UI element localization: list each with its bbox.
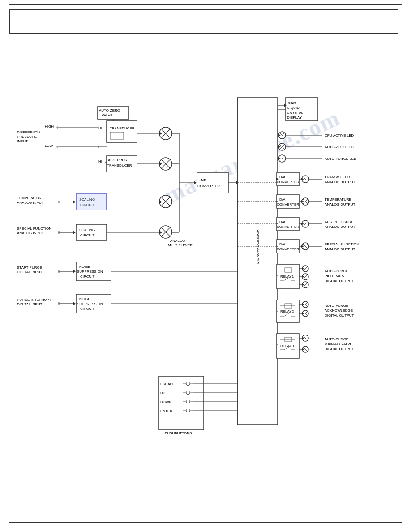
analog-mux-label: ANALOG xyxy=(170,239,185,243)
temperature-output-label: TEMPERATURE xyxy=(325,197,351,202)
diff-pressure-label2: PRESSURE xyxy=(17,135,37,139)
top-border xyxy=(9,4,402,5)
display-label3: CRYSTAL xyxy=(287,111,304,115)
relay3-output-label2: MAIN AIR VALVE xyxy=(325,342,352,346)
ad-converter-box xyxy=(197,172,228,193)
da-converter-1-label2: CONVERTER xyxy=(277,180,299,184)
purge-interrupt-label2: DIGITAL INPUT xyxy=(17,302,43,306)
bottom-border xyxy=(9,522,402,523)
noise-suppress-1-label2: SUPPRESSION xyxy=(77,270,103,274)
temperature-output-label2: ANALOG OUTPUT xyxy=(325,202,355,206)
scaling-circuit-2-label: SCALING xyxy=(79,228,95,232)
diff-pressure-label: DIFFERENTIAL xyxy=(17,130,43,134)
relay2-output-label3: DIGITAL OUTPUT xyxy=(325,313,354,317)
special-func-output-label2: ANALOG OUTPUT xyxy=(325,247,355,251)
relay1-output-label3: DIGITAL OUTPUT xyxy=(325,279,354,283)
auto-purge-led-label: AUTO-PURGE LED xyxy=(325,157,356,161)
noise-suppress-2-label: NOISE xyxy=(79,297,90,301)
noise-suppress-1-label: NOISE xyxy=(79,265,90,269)
scaling-circuit-2-box xyxy=(76,224,107,240)
relay3-label: RELAY3 xyxy=(280,344,294,348)
scaling-circuit-2-label2: CIRCUIT xyxy=(80,233,95,237)
transmitter-output-label2: ANALOG OUTPUT xyxy=(325,180,355,184)
noise-suppress-1-label3: CIRCUIT xyxy=(80,275,95,279)
start-purge-label: START PURGE xyxy=(17,266,42,270)
da-converter-2-label: D/A xyxy=(279,197,286,202)
page-container: manuarchive.com .label-sm { font-size: 8… xyxy=(0,0,411,532)
high-label: HIGH xyxy=(45,124,54,129)
special-func-label2: ANALOG INPUT xyxy=(17,231,44,235)
display-label: 5x20 xyxy=(288,101,296,105)
abs-pres-label2: TRANSDUCER xyxy=(107,163,132,167)
down-label: DOWN xyxy=(160,400,172,404)
svg-marker-50 xyxy=(73,270,76,273)
ad-converter-label2: CONVERTER xyxy=(197,184,220,188)
relay2-output-label2: ACKNOWLEDGE xyxy=(325,309,353,313)
abs-pressure-output-label: ABS. PRESSURE xyxy=(325,220,353,224)
temp-analog-label: TEMPERATURE xyxy=(17,196,44,200)
da-converter-1-label: D/A xyxy=(279,175,286,179)
relay2-label: RELAY2 xyxy=(280,309,294,313)
relay1-output-label2: PILOT VALVE xyxy=(325,274,347,278)
da-converter-2-label2: CONVERTER xyxy=(277,202,299,206)
microprocessor-label: MICROPROCESSOR xyxy=(256,229,260,264)
svg-marker-34 xyxy=(73,231,76,234)
hi-label: HI xyxy=(98,126,102,130)
da-converter-4-label2: CONVERTER xyxy=(277,247,299,251)
relay1-output-label: AUTO-PURGE xyxy=(325,269,348,273)
enter-label: ENTER xyxy=(160,409,172,413)
hi-abs-label: HI xyxy=(98,159,102,163)
low-label: LOW xyxy=(45,144,53,148)
noise-suppress-2-label3: CIRCUIT xyxy=(80,307,95,311)
display-label4: DISPLAY xyxy=(287,116,302,120)
auto-zero-led-label: AUTO-ZERO LED xyxy=(325,145,354,149)
escape-label: ESCAPE xyxy=(160,382,175,386)
relay2-output-label: AUTO-PURGE xyxy=(325,304,348,308)
cpu-led-label: CPU ACTIVE LED xyxy=(325,133,354,137)
display-label2: LIQUID xyxy=(287,106,300,110)
abs-pres-label: ABS. PRES. xyxy=(108,158,128,162)
abs-pressure-output-label2: ANALOG OUTPUT xyxy=(325,225,355,229)
noise-suppress-2-label2: SUPPRESSION xyxy=(77,302,103,306)
special-func-output-label: SPECIAL FUNCTION xyxy=(325,242,359,246)
transducer-label: TRANSDUCER xyxy=(110,126,135,130)
relay1-label: RELAY1 xyxy=(280,275,294,279)
auto-zero-valve-label2: VALVE xyxy=(102,113,113,117)
da-converter-3-label2: CONVERTER xyxy=(277,225,299,229)
analog-mux-label2: MULTIPLEXER xyxy=(168,243,193,247)
scaling-circuit-1-box xyxy=(76,194,107,210)
relay3-output-label3: DIGITAL OUTPUT xyxy=(325,347,354,351)
diff-pressure-label3: INPUT xyxy=(17,139,28,143)
relay3-output-label: AUTO-PURGE xyxy=(325,337,348,341)
svg-marker-43 xyxy=(194,181,197,184)
temp-analog-label2: ANALOG INPUT xyxy=(17,201,44,205)
scaling-circuit-1-label: SCALING xyxy=(79,197,95,202)
special-func-label: SPECIAL FUNCTION xyxy=(17,227,51,231)
transmitter-output-label: TRANSMITTER xyxy=(325,175,350,179)
da-converter-4-label: D/A xyxy=(279,242,286,246)
da-converter-3-label: D/A xyxy=(279,220,286,224)
pushbuttons-label: PUSHBUTTONS xyxy=(165,431,192,435)
auto-zero-valve-label: AUTO-ZERO xyxy=(99,108,120,112)
up-label: UP xyxy=(160,391,165,395)
svg-rect-8 xyxy=(110,132,124,139)
ad-converter-label: A/D xyxy=(201,178,207,182)
svg-marker-56 xyxy=(73,302,76,305)
start-purge-label2: DIGITAL INPUT xyxy=(17,270,43,274)
scaling-circuit-1-label2: CIRCUIT xyxy=(80,203,95,207)
header-box xyxy=(9,9,398,34)
lo-label: LO xyxy=(98,145,103,149)
svg-marker-27 xyxy=(73,200,76,204)
block-diagram: .label-sm { font-size: 8px; font-family:… xyxy=(9,31,402,515)
purge-interrupt-label: PURGE INTERRUPT xyxy=(17,298,51,302)
